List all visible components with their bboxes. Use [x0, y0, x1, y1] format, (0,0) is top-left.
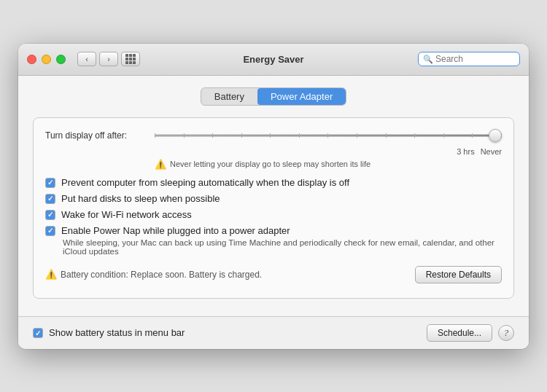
- back-icon: ‹: [85, 55, 88, 63]
- checkbox-power-nap-input[interactable]: [45, 226, 55, 236]
- tab-power-adapter[interactable]: Power Adapter: [257, 88, 346, 105]
- traffic-lights: [27, 55, 66, 64]
- tab-battery[interactable]: Battery: [201, 88, 257, 105]
- checkbox-hard-disks[interactable]: Put hard disks to sleep when possible: [45, 193, 502, 204]
- slider-track[interactable]: [155, 128, 502, 143]
- power-nap-description: While sleeping, your Mac can back up usi…: [63, 238, 502, 256]
- checkbox-hard-disks-label: Put hard disks to sleep when possible: [61, 193, 220, 204]
- battery-status-row: ⚠️ Battery condition: Replace soon. Batt…: [45, 269, 262, 280]
- back-button[interactable]: ‹: [77, 52, 96, 66]
- checkbox-power-nap[interactable]: Enable Power Nap while plugged into a po…: [45, 225, 502, 236]
- minimize-button[interactable]: [42, 55, 51, 64]
- power-nap-description-row: While sleeping, your Mac can back up usi…: [63, 238, 502, 256]
- grid-icon: [125, 54, 136, 64]
- energy-saver-window: ‹ › Energy Saver 🔍 Battery Power Adapter: [18, 44, 529, 349]
- slider-label: Turn display off after:: [45, 130, 147, 141]
- warning-icon: ⚠️: [155, 159, 166, 170]
- tabs-row: Battery Power Adapter: [33, 87, 514, 106]
- display-warning-text: Never letting your display go to sleep m…: [170, 160, 371, 168]
- display-warning-row: ⚠️ Never letting your display go to slee…: [155, 159, 502, 170]
- help-button[interactable]: ?: [498, 325, 514, 341]
- battery-warning-icon: ⚠️: [45, 269, 57, 280]
- slider-label-3hrs: 3 hrs: [457, 147, 474, 156]
- restore-defaults-button[interactable]: Restore Defaults: [415, 266, 502, 283]
- search-icon: 🔍: [423, 55, 433, 64]
- slider-thumb[interactable]: [489, 129, 502, 142]
- settings-panel: Turn display off after: 3 hrs Never: [33, 117, 514, 299]
- footer-left: Show battery status in menu bar: [33, 327, 185, 338]
- bottom-status: ⚠️ Battery condition: Replace soon. Batt…: [45, 262, 502, 288]
- checkbox-power-nap-label: Enable Power Nap while plugged into a po…: [61, 225, 290, 236]
- slider-row: Turn display off after:: [45, 128, 502, 143]
- forward-button[interactable]: ›: [99, 52, 118, 66]
- window-title: Energy Saver: [243, 54, 303, 65]
- maximize-button[interactable]: [56, 55, 66, 64]
- main-content: Battery Power Adapter Turn display off a…: [18, 76, 529, 316]
- checkbox-wifi-label: Wake for Wi-Fi network access: [61, 209, 192, 220]
- show-battery-label: Show battery status in menu bar: [49, 327, 185, 338]
- checkbox-hard-disks-input[interactable]: [45, 194, 55, 204]
- footer-row: Show battery status in menu bar Schedule…: [18, 316, 529, 349]
- search-box[interactable]: 🔍: [418, 52, 520, 66]
- search-input[interactable]: [435, 54, 515, 64]
- nav-buttons: ‹ ›: [77, 52, 118, 66]
- checkbox-wifi[interactable]: Wake for Wi-Fi network access: [45, 209, 502, 220]
- checkbox-prevent-sleep-input[interactable]: [45, 178, 55, 188]
- tick-marks: [155, 136, 502, 138]
- close-button[interactable]: [27, 55, 36, 64]
- titlebar: ‹ › Energy Saver 🔍: [18, 44, 529, 76]
- footer-right: Schedule... ?: [427, 324, 514, 342]
- grid-button[interactable]: [121, 52, 140, 66]
- schedule-button[interactable]: Schedule...: [427, 324, 492, 342]
- show-battery-checkbox[interactable]: [33, 328, 43, 338]
- slider-label-never: Never: [481, 147, 502, 156]
- checkbox-prevent-sleep-label: Prevent computer from sleeping automatic…: [61, 177, 349, 188]
- forward-icon: ›: [107, 55, 110, 63]
- battery-status-text: Battery condition: Replace soon. Battery…: [61, 270, 262, 280]
- checkbox-prevent-sleep[interactable]: Prevent computer from sleeping automatic…: [45, 177, 502, 188]
- slider-labels: 3 hrs Never: [155, 147, 502, 156]
- tabs-container: Battery Power Adapter: [201, 87, 346, 106]
- checkbox-wifi-input[interactable]: [45, 210, 55, 220]
